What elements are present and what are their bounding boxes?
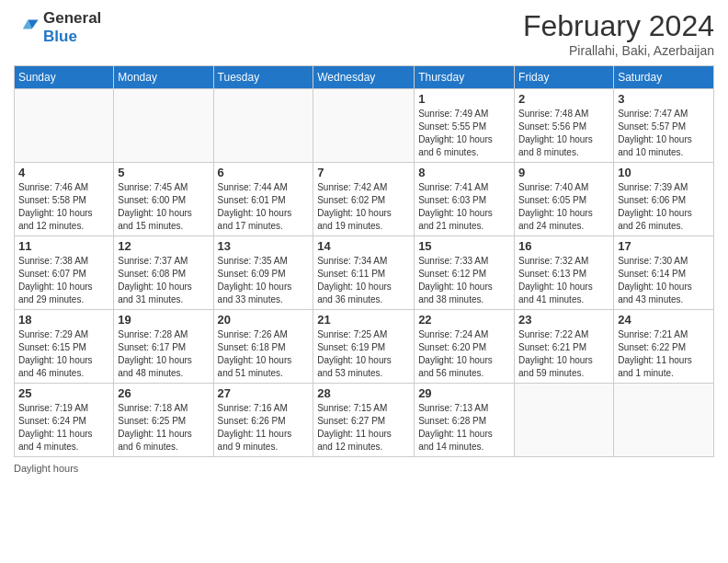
day-number: 19 [118, 313, 209, 327]
day-number: 14 [317, 239, 410, 253]
calendar-cell [15, 89, 114, 163]
day-info: Sunrise: 7:32 AM Sunset: 6:13 PM Dayligh… [518, 255, 609, 306]
calendar-cell: 19Sunrise: 7:28 AM Sunset: 6:17 PM Dayli… [114, 310, 213, 384]
calendar-cell: 23Sunrise: 7:22 AM Sunset: 6:21 PM Dayli… [515, 310, 614, 384]
calendar-cell: 4Sunrise: 7:46 AM Sunset: 5:58 PM Daylig… [15, 163, 114, 236]
day-info: Sunrise: 7:42 AM Sunset: 6:02 PM Dayligh… [317, 181, 410, 233]
day-number: 26 [118, 386, 209, 400]
calendar-cell: 10Sunrise: 7:39 AM Sunset: 6:06 PM Dayli… [614, 163, 714, 236]
calendar-cell: 16Sunrise: 7:32 AM Sunset: 6:13 PM Dayli… [515, 236, 614, 310]
day-number: 17 [618, 239, 710, 253]
day-info: Sunrise: 7:28 AM Sunset: 6:17 PM Dayligh… [118, 328, 209, 380]
calendar-cell: 26Sunrise: 7:18 AM Sunset: 6:25 PM Dayli… [114, 384, 213, 457]
logo-icon [14, 15, 40, 40]
calendar-header-wednesday: Wednesday [313, 66, 415, 89]
day-info: Sunrise: 7:15 AM Sunset: 6:27 PM Dayligh… [317, 402, 410, 454]
calendar-cell: 8Sunrise: 7:41 AM Sunset: 6:03 PM Daylig… [415, 163, 515, 236]
calendar-cell: 15Sunrise: 7:33 AM Sunset: 6:12 PM Dayli… [415, 236, 515, 310]
header: General Blue February 2024 Pirallahi, Ba… [14, 9, 714, 58]
calendar-cell [614, 384, 714, 457]
day-number: 24 [618, 313, 710, 327]
day-info: Sunrise: 7:16 AM Sunset: 6:26 PM Dayligh… [218, 402, 310, 454]
logo: General Blue [14, 9, 101, 47]
calendar-week-5: 25Sunrise: 7:19 AM Sunset: 6:24 PM Dayli… [15, 384, 714, 457]
day-number: 1 [418, 92, 510, 106]
day-number: 10 [618, 166, 710, 179]
day-info: Sunrise: 7:48 AM Sunset: 5:56 PM Dayligh… [518, 108, 609, 159]
day-info: Sunrise: 7:37 AM Sunset: 6:08 PM Dayligh… [118, 255, 209, 306]
day-number: 18 [18, 313, 109, 327]
day-number: 11 [18, 239, 109, 253]
calendar-cell: 14Sunrise: 7:34 AM Sunset: 6:11 PM Dayli… [313, 236, 415, 310]
calendar-cell: 21Sunrise: 7:25 AM Sunset: 6:19 PM Dayli… [313, 310, 415, 384]
calendar-cell: 17Sunrise: 7:30 AM Sunset: 6:14 PM Dayli… [614, 236, 714, 310]
day-number: 16 [518, 239, 609, 253]
calendar-cell: 29Sunrise: 7:13 AM Sunset: 6:28 PM Dayli… [415, 384, 515, 457]
day-number: 29 [418, 386, 510, 400]
day-info: Sunrise: 7:40 AM Sunset: 6:05 PM Dayligh… [518, 181, 609, 233]
day-info: Sunrise: 7:47 AM Sunset: 5:57 PM Dayligh… [618, 108, 710, 159]
calendar-header-thursday: Thursday [415, 66, 515, 89]
day-number: 12 [118, 239, 209, 253]
calendar-table: SundayMondayTuesdayWednesdayThursdayFrid… [14, 65, 714, 457]
calendar-week-2: 4Sunrise: 7:46 AM Sunset: 5:58 PM Daylig… [15, 163, 714, 236]
calendar-cell: 3Sunrise: 7:47 AM Sunset: 5:57 PM Daylig… [614, 89, 714, 163]
calendar-header-row: SundayMondayTuesdayWednesdayThursdayFrid… [15, 66, 714, 89]
calendar-cell: 12Sunrise: 7:37 AM Sunset: 6:08 PM Dayli… [114, 236, 213, 310]
calendar-cell: 13Sunrise: 7:35 AM Sunset: 6:09 PM Dayli… [213, 236, 313, 310]
calendar-cell: 2Sunrise: 7:48 AM Sunset: 5:56 PM Daylig… [515, 89, 614, 163]
title-section: February 2024 Pirallahi, Baki, Azerbaija… [523, 9, 714, 58]
calendar-cell: 22Sunrise: 7:24 AM Sunset: 6:20 PM Dayli… [415, 310, 515, 384]
day-info: Sunrise: 7:38 AM Sunset: 6:07 PM Dayligh… [18, 255, 109, 306]
day-info: Sunrise: 7:44 AM Sunset: 6:01 PM Dayligh… [218, 181, 310, 233]
calendar-cell: 24Sunrise: 7:21 AM Sunset: 6:22 PM Dayli… [614, 310, 714, 384]
calendar-header-saturday: Saturday [614, 66, 714, 89]
day-info: Sunrise: 7:29 AM Sunset: 6:15 PM Dayligh… [18, 328, 109, 380]
day-number: 7 [317, 166, 410, 179]
calendar-cell: 11Sunrise: 7:38 AM Sunset: 6:07 PM Dayli… [15, 236, 114, 310]
calendar-cell [114, 89, 213, 163]
day-info: Sunrise: 7:19 AM Sunset: 6:24 PM Dayligh… [18, 402, 109, 454]
page: General Blue February 2024 Pirallahi, Ba… [0, 0, 728, 563]
day-number: 9 [518, 166, 609, 179]
day-number: 8 [418, 166, 510, 179]
day-info: Sunrise: 7:25 AM Sunset: 6:19 PM Dayligh… [317, 328, 410, 380]
day-number: 22 [418, 313, 510, 327]
day-info: Sunrise: 7:21 AM Sunset: 6:22 PM Dayligh… [618, 328, 710, 380]
day-info: Sunrise: 7:46 AM Sunset: 5:58 PM Dayligh… [18, 181, 109, 233]
day-number: 13 [218, 239, 310, 253]
calendar-cell: 5Sunrise: 7:45 AM Sunset: 6:00 PM Daylig… [114, 163, 213, 236]
day-info: Sunrise: 7:22 AM Sunset: 6:21 PM Dayligh… [518, 328, 609, 380]
day-number: 25 [18, 386, 109, 400]
calendar-cell: 28Sunrise: 7:15 AM Sunset: 6:27 PM Dayli… [313, 384, 415, 457]
calendar-header-monday: Monday [114, 66, 213, 89]
day-number: 20 [218, 313, 310, 327]
day-info: Sunrise: 7:39 AM Sunset: 6:06 PM Dayligh… [618, 181, 710, 233]
day-number: 27 [218, 386, 310, 400]
day-info: Sunrise: 7:18 AM Sunset: 6:25 PM Dayligh… [118, 402, 209, 454]
calendar-cell [515, 384, 614, 457]
calendar-cell: 27Sunrise: 7:16 AM Sunset: 6:26 PM Dayli… [213, 384, 313, 457]
day-info: Sunrise: 7:45 AM Sunset: 6:00 PM Dayligh… [118, 181, 209, 233]
day-info: Sunrise: 7:35 AM Sunset: 6:09 PM Dayligh… [218, 255, 310, 306]
calendar-week-1: 1Sunrise: 7:49 AM Sunset: 5:55 PM Daylig… [15, 89, 714, 163]
calendar-cell: 1Sunrise: 7:49 AM Sunset: 5:55 PM Daylig… [415, 89, 515, 163]
day-number: 4 [18, 166, 109, 179]
day-info: Sunrise: 7:24 AM Sunset: 6:20 PM Dayligh… [418, 328, 510, 380]
calendar-cell: 6Sunrise: 7:44 AM Sunset: 6:01 PM Daylig… [213, 163, 313, 236]
month-title: February 2024 [523, 9, 714, 43]
logo-text: General Blue [43, 9, 101, 47]
day-info: Sunrise: 7:34 AM Sunset: 6:11 PM Dayligh… [317, 255, 410, 306]
day-number: 28 [317, 386, 410, 400]
day-info: Sunrise: 7:49 AM Sunset: 5:55 PM Dayligh… [418, 108, 510, 159]
day-info: Sunrise: 7:30 AM Sunset: 6:14 PM Dayligh… [618, 255, 710, 306]
calendar-cell: 9Sunrise: 7:40 AM Sunset: 6:05 PM Daylig… [515, 163, 614, 236]
calendar-cell [213, 89, 313, 163]
calendar-header-sunday: Sunday [15, 66, 114, 89]
calendar-cell: 7Sunrise: 7:42 AM Sunset: 6:02 PM Daylig… [313, 163, 415, 236]
day-info: Sunrise: 7:33 AM Sunset: 6:12 PM Dayligh… [418, 255, 510, 306]
day-number: 23 [518, 313, 609, 327]
calendar-week-3: 11Sunrise: 7:38 AM Sunset: 6:07 PM Dayli… [15, 236, 714, 310]
day-info: Sunrise: 7:13 AM Sunset: 6:28 PM Dayligh… [418, 402, 510, 454]
calendar-header-tuesday: Tuesday [213, 66, 313, 89]
